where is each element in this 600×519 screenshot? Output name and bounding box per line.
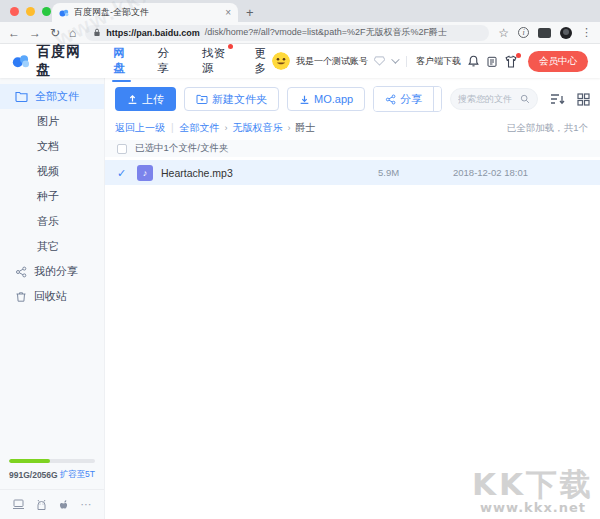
task-list-icon[interactable]: [486, 55, 498, 68]
share-more-group: 分享 更多: [373, 86, 442, 112]
sidebar-item-music[interactable]: 音乐: [0, 209, 104, 234]
tab-favicon: [59, 8, 69, 18]
load-status: 已全部加载，共1个: [507, 122, 588, 135]
window-controls: [10, 7, 51, 16]
search-icon[interactable]: [520, 94, 530, 104]
file-row[interactable]: Heartache.mp3 5.9M 2018-12-02 18:01: [105, 160, 600, 185]
close-tab-icon[interactable]: ×: [225, 8, 231, 18]
new-folder-button-label: 新建文件夹: [212, 92, 267, 107]
audio-file-icon: [137, 165, 153, 181]
mo-app-button-label: MO.app: [314, 93, 353, 105]
sidebar-item-videos[interactable]: 视频: [0, 159, 104, 184]
new-folder-button[interactable]: 新建文件夹: [184, 87, 279, 111]
back-up-level-link[interactable]: 返回上一级: [115, 121, 180, 135]
breadcrumb-current: 爵士: [296, 121, 316, 135]
breadcrumb-all-files[interactable]: 全部文件: [180, 121, 220, 135]
android-client-icon[interactable]: [36, 499, 47, 511]
zoom-window-button[interactable]: [42, 7, 51, 16]
breadcrumb-folder[interactable]: 无版权音乐: [233, 121, 283, 135]
sidebar-item-label: 我的分享: [34, 264, 78, 279]
browser-menu-icon[interactable]: ⋮: [581, 26, 592, 39]
sidebar-item-recycle-bin[interactable]: 回收站: [0, 284, 104, 309]
bell-icon[interactable]: [467, 55, 480, 68]
new-folder-icon: [196, 94, 208, 104]
header-right: 我是一个测试账号 客户端下载 会员中心: [272, 51, 588, 72]
search-input[interactable]: [458, 94, 516, 104]
baidu-netdisk-logo[interactable]: 百度网盘: [12, 43, 86, 79]
upload-icon: [127, 94, 138, 105]
profile-icon[interactable]: [560, 27, 572, 39]
site-watermark: KK下载 www.kkx.net: [472, 469, 594, 515]
tab-title: 百度网盘-全部文件: [74, 6, 220, 19]
sidebar-item-documents[interactable]: 文档: [0, 134, 104, 159]
grid-view-icon[interactable]: [577, 93, 590, 106]
more-button[interactable]: 更多: [433, 87, 442, 111]
user-avatar[interactable]: [272, 52, 290, 70]
forward-icon[interactable]: →: [29, 27, 41, 39]
storage-usage-label: 991G/2056G: [9, 470, 58, 480]
sidebar-item-my-shares[interactable]: 我的分享: [0, 259, 104, 284]
select-all-checkbox[interactable]: [117, 144, 127, 154]
username[interactable]: 我是一个测试账号: [296, 55, 368, 68]
sidebar-item-all-files[interactable]: 全部文件: [0, 84, 104, 109]
nav-tab-find-resources-label: 找资源: [202, 47, 225, 74]
chevron-down-icon[interactable]: [391, 55, 399, 63]
notification-dot: [516, 53, 521, 58]
apple-client-icon[interactable]: [58, 499, 69, 511]
client-download-link[interactable]: 客户端下载: [416, 55, 461, 68]
sidebar: 全部文件 图片 文档 视频 种子 音乐 其它 我的分享 回收站: [0, 78, 105, 519]
file-checkbox-checked[interactable]: [117, 168, 127, 178]
upload-button[interactable]: 上传: [115, 87, 176, 111]
activity-shirt-icon[interactable]: [504, 55, 518, 68]
desktop-client-icon[interactable]: [12, 499, 25, 510]
watermark-title: KK下载: [472, 469, 594, 500]
back-icon[interactable]: ←: [8, 27, 20, 39]
lock-icon: [93, 28, 101, 37]
new-tab-button[interactable]: +: [246, 6, 254, 19]
sidebar-item-torrents[interactable]: 种子: [0, 184, 104, 209]
sidebar-item-other[interactable]: 其它: [0, 234, 104, 259]
vip-level-icon: [374, 56, 385, 66]
sort-list-icon[interactable]: [550, 93, 565, 105]
file-name[interactable]: Heartache.mp3: [161, 167, 378, 179]
share-icon: [15, 266, 27, 278]
file-content-area: 上传 新建文件夹 MO.app: [105, 78, 600, 519]
reload-icon[interactable]: ↻: [50, 27, 60, 39]
browser-actions: ☆ i ⋮: [498, 26, 592, 40]
nav-tab-netdisk[interactable]: 网盘: [112, 37, 130, 85]
share-button-label: 分享: [400, 92, 422, 107]
more-clients-icon[interactable]: ⋯: [80, 498, 92, 511]
nav-tab-share[interactable]: 分享: [157, 37, 175, 85]
storage-upgrade-link[interactable]: 扩容至5T: [60, 469, 95, 481]
netdisk-logo-icon: [12, 53, 30, 69]
mo-app-button[interactable]: MO.app: [287, 87, 365, 111]
extension-icon[interactable]: [538, 28, 551, 38]
minimize-window-button[interactable]: [26, 7, 35, 16]
header-divider: [406, 56, 407, 67]
bookmark-star-icon[interactable]: ☆: [498, 26, 509, 40]
browser-tab[interactable]: 百度网盘-全部文件 ×: [52, 3, 238, 22]
share-button[interactable]: 分享: [374, 87, 433, 111]
notification-dot: [228, 44, 233, 49]
share-icon: [385, 94, 396, 105]
file-modified-date: 2018-12-02 18:01: [453, 167, 588, 178]
nav-tab-more[interactable]: 更多: [254, 37, 272, 85]
close-window-button[interactable]: [10, 7, 19, 16]
vip-center-button[interactable]: 会员中心: [528, 51, 588, 72]
storage-progress-bar: [9, 459, 95, 463]
url-host: https://pan.baidu.com: [106, 28, 200, 38]
home-icon[interactable]: ⌂: [69, 27, 76, 39]
file-size: 5.9M: [378, 167, 453, 178]
search-box: [450, 88, 538, 110]
storage-progress-fill: [9, 459, 50, 463]
sidebar-item-label: 回收站: [34, 289, 67, 304]
download-icon: [299, 94, 310, 105]
nav-tab-find-resources[interactable]: 找资源: [201, 37, 228, 85]
breadcrumb: 返回上一级 全部文件 › 无版权音乐 › 爵士 已全部加载，共1个: [105, 118, 600, 140]
sidebar-item-pictures[interactable]: 图片: [0, 109, 104, 134]
client-platforms-bar: ⋯: [0, 489, 104, 519]
folder-icon: [15, 91, 28, 102]
info-icon[interactable]: i: [518, 27, 529, 38]
browser-url-bar: ← → ↻ ⌂ https://pan.baidu.com/disk/home?…: [0, 22, 600, 44]
browser-tab-bar: www.kkx.net 百度网盘-全部文件 × +: [0, 0, 600, 22]
